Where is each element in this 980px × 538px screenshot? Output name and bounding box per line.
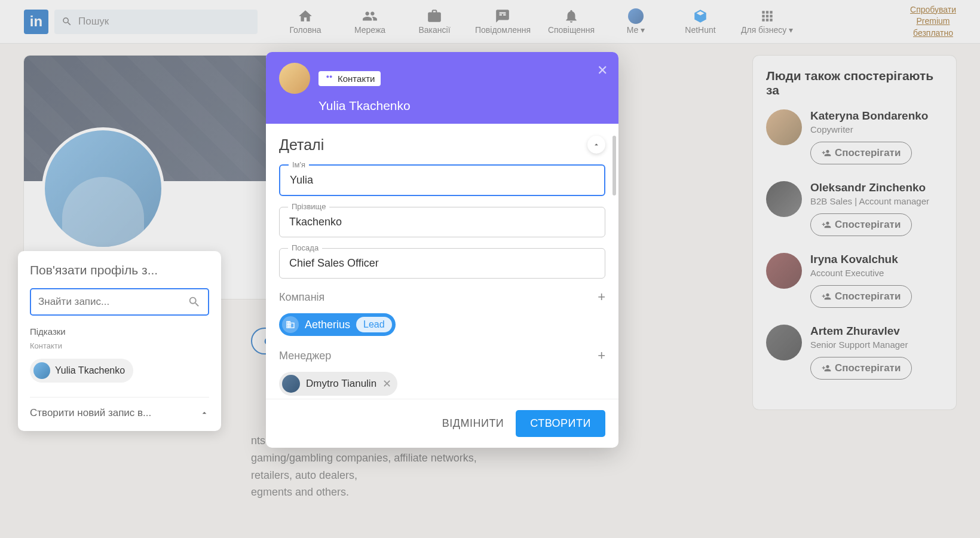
building-icon [282,316,299,333]
manager-chip: Dmytro Tianulin ✕ [279,372,397,396]
hints-sublabel: Контакти [30,341,209,350]
link-profile-popover: Пов'язати профіль з... Підказки Контакти… [18,251,221,431]
cancel-button[interactable]: ВІДМІНИТИ [442,417,504,430]
manager-avatar [282,375,300,393]
collapse-button[interactable] [587,136,605,154]
scrollbar[interactable] [612,136,616,195]
lead-badge: Lead [356,317,392,332]
manager-name: Dmytro Tianulin [306,378,376,390]
firstname-field[interactable]: Ім'я [279,164,605,196]
field-label: Ім'я [289,160,309,169]
firstname-input[interactable] [290,174,595,187]
remove-manager-button[interactable]: ✕ [382,377,391,390]
contacts-icon [324,74,334,83]
modal-footer: ВІДМІНИТИ СТВОРИТИ [266,399,618,448]
contact-tag: Контакти [318,71,381,86]
position-field[interactable]: Посада [279,248,605,279]
link-search-input[interactable] [38,296,183,308]
add-manager-button[interactable]: + [598,348,605,363]
company-label: Компанія [279,291,324,304]
modal-avatar [279,63,310,94]
hint-chip[interactable]: Yulia Tkachenko [30,359,133,383]
company-name: Aetherius [305,319,350,331]
details-title: Деталі [279,136,324,154]
search-icon [188,295,201,308]
position-input[interactable] [289,257,595,270]
modal-contact-name: Yulia Tkachenko [318,99,605,113]
lastname-field[interactable]: Прізвище [279,207,605,237]
field-label: Прізвище [288,202,329,211]
chevron-up-icon [200,408,209,418]
close-button[interactable]: ✕ [597,63,608,78]
chevron-up-icon [592,140,601,149]
popover-title: Пов'язати профіль з... [30,263,209,277]
link-search-box[interactable] [30,288,209,316]
modal-body: Деталі Ім'я Прізвище Посада Компанія + A… [266,124,618,399]
company-chip[interactable]: Aetherius Lead [279,313,396,336]
add-company-button[interactable]: + [598,289,605,305]
contact-modal: ✕ Контакти Yulia Tkachenko Деталі Ім'я П… [266,52,618,448]
hint-name: Yulia Tkachenko [55,365,125,376]
lastname-input[interactable] [289,216,595,228]
hint-avatar [33,362,50,379]
create-record-row[interactable]: Створити новий запис в... [30,397,209,419]
modal-header: ✕ Контакти Yulia Tkachenko [266,52,618,124]
hints-label: Підказки [30,326,209,337]
overlay-dim-top [0,0,980,44]
create-button[interactable]: СТВОРИТИ [516,410,605,437]
field-label: Посада [288,243,322,252]
manager-label: Менеджер [279,350,331,362]
